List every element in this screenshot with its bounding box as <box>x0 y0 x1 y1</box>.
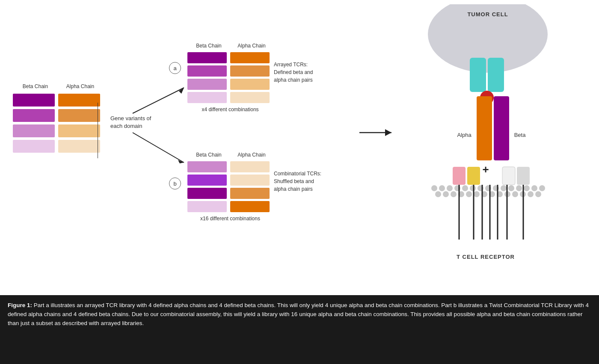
svg-text:TUMOR CELL: TUMOR CELL <box>467 11 508 18</box>
membrane-beads <box>431 185 545 197</box>
panel-a-alpha-4 <box>230 92 270 103</box>
svg-point-33 <box>524 185 530 191</box>
svg-rect-19 <box>517 167 530 185</box>
variant-row-2 <box>13 109 107 122</box>
panel-b-beta-label: Beta Chain <box>187 152 230 158</box>
svg-point-46 <box>512 191 518 197</box>
svg-marker-5 <box>385 129 391 136</box>
variant-alpha-4 <box>58 140 100 153</box>
caption-body: Part a illustrates an arrayed TCR librar… <box>8 302 589 326</box>
panel-a-row-2 <box>187 65 273 77</box>
panel-a-count: x4 different combinations <box>187 107 273 112</box>
svg-rect-11 <box>477 96 492 160</box>
panel-a-beta-3 <box>187 79 227 90</box>
panel-a-alpha-label: Alpha Chain <box>230 43 273 49</box>
svg-point-31 <box>508 185 514 191</box>
arrow-up-icon <box>128 83 188 126</box>
circle-label-b: b <box>169 178 181 189</box>
left-beta-label: Beta Chain <box>13 83 58 89</box>
variant-beta-3 <box>13 124 55 137</box>
variant-row-4 <box>13 140 107 153</box>
panel-a-alpha-3 <box>230 79 270 90</box>
panel-a-beta-2 <box>187 65 227 77</box>
svg-point-48 <box>528 191 534 197</box>
divider-line <box>98 103 98 158</box>
svg-point-21 <box>431 185 437 191</box>
left-panel: Beta Chain Alpha Chain <box>13 83 107 153</box>
svg-point-26 <box>470 185 476 191</box>
svg-point-40 <box>466 191 472 197</box>
caption-bold: Figure 1: <box>8 302 32 308</box>
svg-point-23 <box>447 185 453 191</box>
panel-a-side-label: Arrayed TCRs: Defined beta and alpha cha… <box>274 61 342 84</box>
svg-rect-8 <box>470 58 486 92</box>
panel-b-rows <box>187 161 273 212</box>
main-arrow-icon <box>359 122 398 143</box>
svg-rect-12 <box>494 96 509 160</box>
variant-alpha-3 <box>58 124 100 137</box>
panel-b-alpha-3 <box>230 188 270 199</box>
panel-b-count: x16 different combinations <box>187 216 273 222</box>
panel-b-alpha-2 <box>230 175 270 186</box>
main-content: Beta Chain Alpha Chain Gene va <box>0 0 599 295</box>
panel-a-rows <box>187 52 273 103</box>
panel-b-beta-4 <box>187 201 227 212</box>
circle-label-a: a <box>169 62 181 74</box>
variant-beta-1 <box>13 94 55 107</box>
panel-a: Beta Chain Alpha Chain <box>187 43 273 112</box>
panel-b-row-2 <box>187 175 273 186</box>
caption-area: Figure 1: Part a illustrates an arrayed … <box>0 295 599 364</box>
panel-a-row-4 <box>187 92 273 103</box>
panel-a-row-3 <box>187 79 273 90</box>
panel-b-row-4 <box>187 201 273 212</box>
panel-b-alpha-label: Alpha Chain <box>230 152 273 158</box>
left-alpha-label: Alpha Chain <box>58 83 103 89</box>
panel-a-beta-1 <box>187 52 227 63</box>
panel-b-beta-2 <box>187 175 227 186</box>
svg-point-22 <box>439 185 445 191</box>
svg-point-49 <box>535 191 541 197</box>
svg-point-30 <box>501 185 507 191</box>
svg-rect-16 <box>453 167 466 185</box>
svg-text:Beta: Beta <box>514 132 526 138</box>
svg-text:+: + <box>482 163 489 176</box>
svg-point-25 <box>462 185 468 191</box>
svg-point-41 <box>474 191 480 197</box>
panel-b: Beta Chain Alpha Chain <box>187 152 273 222</box>
panel-b-chain-labels: Beta Chain Alpha Chain <box>187 152 273 158</box>
svg-point-37 <box>443 191 449 197</box>
panel-b-beta-1 <box>187 161 227 172</box>
variant-row-3 <box>13 124 107 137</box>
variant-alpha-1 <box>58 94 100 107</box>
svg-point-32 <box>516 185 522 191</box>
left-chain-labels: Beta Chain Alpha Chain <box>13 83 107 89</box>
svg-point-36 <box>435 191 441 197</box>
panel-b-row-3 <box>187 188 273 199</box>
svg-line-2 <box>133 133 184 163</box>
variant-rows <box>13 94 107 153</box>
variant-alpha-2 <box>58 109 100 122</box>
panel-a-beta-4 <box>187 92 227 103</box>
svg-rect-18 <box>502 167 515 185</box>
svg-point-34 <box>531 185 537 191</box>
panel-a-beta-label: Beta Chain <box>187 43 230 49</box>
variant-beta-2 <box>13 109 55 122</box>
panel-a-row-1 <box>187 52 273 63</box>
panel-b-alpha-4 <box>230 201 270 212</box>
variant-beta-4 <box>13 140 55 153</box>
svg-rect-9 <box>488 58 504 92</box>
variant-row-1 <box>13 94 107 107</box>
panel-a-alpha-1 <box>230 52 270 63</box>
panel-b-alpha-1 <box>230 161 270 172</box>
svg-text:T CELL RECEPTOR: T CELL RECEPTOR <box>457 254 515 260</box>
svg-rect-17 <box>467 167 480 185</box>
panel-a-chain-labels: Beta Chain Alpha Chain <box>187 43 273 49</box>
tcr-diagram-svg: TUMOR CELL Alpha Beta + <box>394 4 578 291</box>
panel-a-alpha-2 <box>230 65 270 77</box>
caption-text: Figure 1: Part a illustrates an arrayed … <box>8 301 591 328</box>
panel-b-side-label: Combinatorial TCRs: Shuffled beta and al… <box>274 170 344 193</box>
svg-point-35 <box>539 185 545 191</box>
svg-point-38 <box>451 191 457 197</box>
panel-b-row-1 <box>187 161 273 172</box>
arrow-down-icon <box>128 128 188 171</box>
